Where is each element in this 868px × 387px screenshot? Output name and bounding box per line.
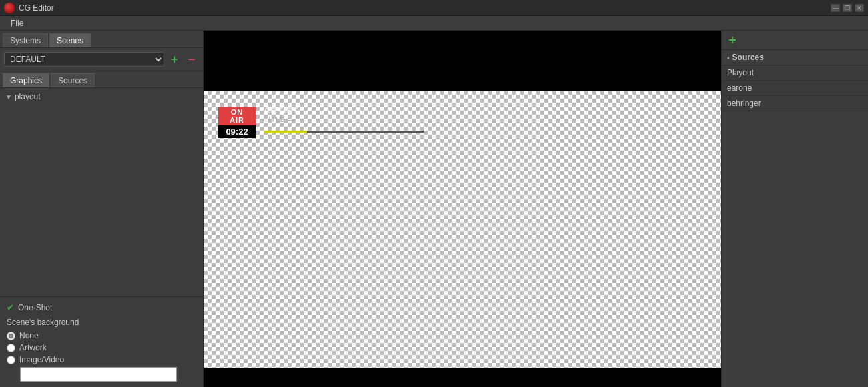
one-shot-row: ✔ One-Shot: [7, 302, 196, 312]
tab-sources[interactable]: Sources: [51, 73, 95, 87]
sources-collapse-icon: ▪: [727, 54, 730, 61]
sources-label: Sources: [732, 53, 764, 62]
bg-path-input[interactable]: [20, 367, 177, 382]
tree-area: ▼ playout: [0, 88, 203, 296]
add-scene-button[interactable]: +: [167, 52, 182, 67]
radio-imagevideo[interactable]: [7, 356, 15, 364]
canvas-area: ON AIR 09:22 ARTIST TITLE —: [204, 31, 721, 387]
title-bar-left: CG Editor: [4, 3, 54, 13]
menu-bar: File: [0, 16, 868, 31]
restore-button[interactable]: ❐: [843, 4, 852, 12]
tree-arrow: ▼: [5, 93, 12, 101]
source-item-earone[interactable]: earone: [722, 81, 868, 96]
canvas-black-top: [204, 31, 721, 91]
tree-item-playout[interactable]: ▼ playout: [3, 91, 200, 103]
on-air-badge: ON AIR: [218, 107, 256, 125]
minimize-button[interactable]: —: [831, 4, 840, 12]
remove-scene-button[interactable]: −: [184, 52, 199, 67]
radio-artwork-label: Artwork: [19, 343, 47, 352]
menu-file[interactable]: File: [5, 17, 29, 29]
on-air-widget: ON AIR 09:22: [218, 107, 256, 138]
one-shot-label: One-Shot: [18, 303, 52, 312]
right-panel-toolbar: +: [722, 31, 868, 50]
radio-imagevideo-label: Image/Video: [19, 355, 64, 364]
main-layout: Systems Scenes DEFAULT + − Graphics Sour…: [0, 31, 868, 387]
tree-item-label: playout: [15, 92, 41, 101]
source-item-playout[interactable]: Playout: [722, 65, 868, 81]
canvas-black-bottom: [204, 368, 721, 387]
sources-header: ▪ Sources: [722, 50, 868, 65]
bg-section-label: Scene's background: [7, 318, 196, 327]
window-controls: — ❐ ✕: [831, 4, 864, 12]
progress-bar-fill: [264, 131, 307, 133]
right-panel: + ▪ Sources Playout earone behringer: [721, 31, 868, 387]
tab-graphics[interactable]: Graphics: [3, 73, 49, 87]
app-icon: [4, 3, 15, 13]
add-source-button[interactable]: +: [726, 33, 739, 47]
tab-systems[interactable]: Systems: [3, 33, 48, 47]
radio-none[interactable]: [7, 332, 15, 340]
canvas-content: ON AIR 09:22 ARTIST TITLE —: [204, 91, 721, 368]
title-label: TITLE —: [264, 115, 299, 123]
source-item-behringer[interactable]: behringer: [722, 96, 868, 111]
radio-artwork[interactable]: [7, 344, 15, 352]
one-shot-checkmark: ✔: [7, 302, 14, 312]
radio-artwork-row: Artwork: [7, 343, 196, 352]
scene-select[interactable]: DEFAULT: [4, 52, 164, 67]
left-panel: Systems Scenes DEFAULT + − Graphics Sour…: [0, 31, 204, 387]
sub-tabs: Graphics Sources: [0, 71, 203, 88]
artist-title-area: ARTIST TITLE —: [264, 105, 299, 123]
time-display: 09:22: [218, 125, 256, 138]
top-tabs: Systems Scenes: [0, 31, 203, 48]
radio-imagevideo-row: Image/Video: [7, 355, 196, 364]
radio-none-row: None: [7, 331, 196, 340]
dropdown-row: DEFAULT + −: [0, 48, 203, 71]
radio-none-label: None: [19, 331, 39, 340]
bottom-panel: ✔ One-Shot Scene's background None Artwo…: [0, 296, 203, 387]
close-button[interactable]: ✕: [855, 4, 864, 12]
artist-label: ARTIST: [264, 105, 299, 115]
tab-scenes[interactable]: Scenes: [49, 33, 91, 47]
progress-bar-container: [264, 131, 424, 133]
title-text: CG Editor: [19, 3, 54, 13]
title-bar: CG Editor — ❐ ✕: [0, 0, 868, 16]
